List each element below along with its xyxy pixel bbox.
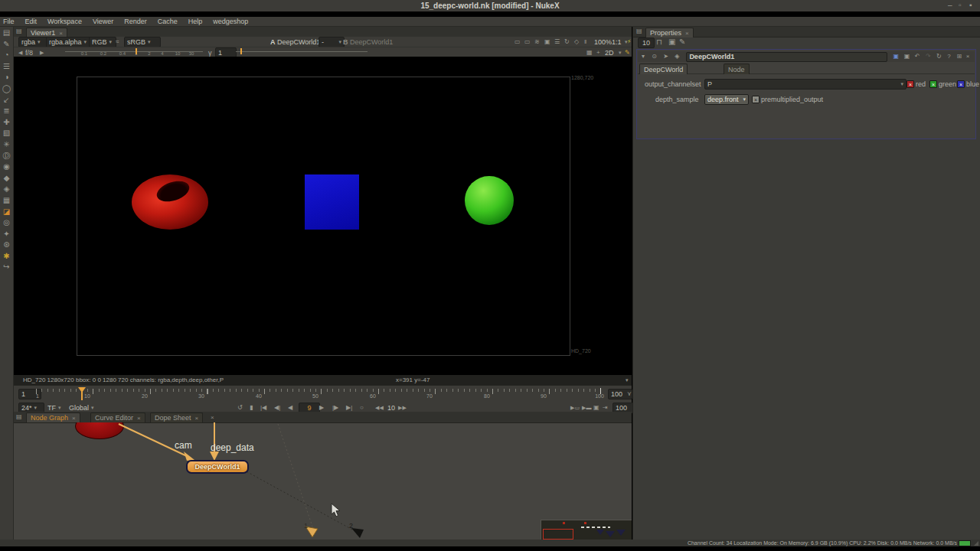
gain-next-icon[interactable]: ▶ (40, 49, 44, 57)
view-mode-select[interactable]: 2D (605, 49, 614, 57)
tab-node-graph-close-icon[interactable]: × (72, 415, 76, 422)
render-icon[interactable]: ▶▬ (582, 404, 591, 412)
menu-wedgeshop[interactable]: wedgeshop (213, 18, 248, 25)
tab-curve-editor[interactable]: Curve Editor × (90, 412, 145, 422)
prev-keyframe-button[interactable]: ◀| (274, 404, 280, 412)
input-b-node[interactable]: DeepCWorld1 (350, 38, 393, 46)
redo-icon[interactable]: ↷ (926, 53, 936, 60)
menu-help[interactable]: Help (188, 18, 203, 25)
tab-viewer1-close-icon[interactable]: × (59, 30, 63, 37)
tool-toolsets-icon[interactable]: ◈ (4, 185, 10, 193)
tab-node[interactable]: Node (724, 64, 750, 74)
lock-panels-icon[interactable]: ⊓ (656, 38, 662, 46)
toolbar-pane-icon[interactable]: ▤ (3, 29, 10, 37)
alpha-select[interactable]: rgba.alpha▾ (46, 37, 90, 47)
decrement-button[interactable]: ◀◀ (375, 404, 384, 412)
gamma-slider[interactable] (236, 51, 368, 52)
tool-other-icon[interactable]: ▦ (3, 197, 10, 204)
help-icon[interactable]: ? (947, 53, 956, 60)
viewport[interactable]: 1280,720 HD_720 (14, 57, 632, 375)
node-name-field[interactable]: DeepCWorld1 (686, 52, 887, 62)
node-graph-canvas[interactable]: cam deep_data DeepCWorld1 1 2 (14, 422, 632, 540)
maximize-button[interactable]: ▫ (959, 2, 962, 9)
gain-marker[interactable] (136, 48, 137, 54)
tab-dope-sheet[interactable]: Dope Sheet × (150, 412, 203, 422)
tool-transform-icon[interactable]: ✚ (3, 119, 9, 126)
tab-properties-close-icon[interactable]: × (685, 30, 689, 37)
pencil-icon[interactable]: ✎ (625, 49, 630, 57)
tool-keyer-icon[interactable]: ↙ (3, 96, 9, 104)
chevron-down-icon[interactable]: ▾ (619, 50, 622, 56)
float-panel-icon[interactable]: ▣ (668, 38, 675, 46)
copy-panel-icon[interactable]: ⊞ (956, 53, 965, 60)
chevron-down-icon[interactable]: ▾ (626, 377, 629, 383)
gamma-marker[interactable] (240, 48, 242, 54)
node-graph-minimap[interactable] (541, 520, 632, 540)
revert-icon[interactable]: ↻ (936, 53, 947, 60)
proxy-ratio[interactable]: 1:1 (612, 38, 622, 46)
stereo-icon[interactable]: ▭ (514, 38, 521, 46)
lut-icon[interactable]: ≈ (116, 38, 119, 46)
red-channel-checkbox[interactable]: × (906, 80, 914, 88)
range-caret-icon[interactable]: ⋎ (627, 390, 632, 398)
gain-prev-icon[interactable]: ◀ (18, 49, 22, 57)
tool-gizmo-icon[interactable]: ◪ (3, 208, 10, 216)
deepcworld-node[interactable]: DeepCWorld1 (186, 460, 249, 474)
frame-increment-field[interactable]: 10 (387, 404, 395, 412)
properties-pane-menu-icon[interactable]: ▤ (636, 28, 642, 35)
tool-sparkle-icon[interactable]: ✦ (3, 230, 9, 238)
channels-icon[interactable]: ▣ (893, 53, 904, 60)
extra-tab-close-icon[interactable]: × (211, 414, 214, 421)
goto-node-icon[interactable]: ➤ (663, 53, 675, 60)
tab-node-graph[interactable]: Node Graph × (26, 412, 80, 422)
filter-icon[interactable]: ▾ (642, 53, 652, 60)
tool-time-icon[interactable]: ◔ (4, 51, 8, 59)
close-panel-icon[interactable]: × (966, 53, 975, 60)
roi-icon[interactable]: ▦ (586, 49, 593, 57)
display-channel-select[interactable]: RGB▾ (89, 37, 116, 47)
pause-icon[interactable]: ‖ (584, 38, 586, 46)
goto-end-button[interactable]: ▶| (346, 404, 352, 412)
tool-draw-icon[interactable]: ✎ (3, 41, 9, 48)
tool-3d-icon[interactable]: ▧ (3, 129, 10, 137)
checkmark-icon[interactable]: ▣ (904, 53, 915, 60)
bounce-icon[interactable]: ▮ (250, 404, 253, 412)
tool-plugin-icon[interactable]: ✱ (3, 253, 9, 260)
scanline-icon[interactable]: ☰ (554, 38, 560, 46)
blue-channel-checkbox[interactable]: × (957, 80, 965, 88)
center-node-icon[interactable]: ⊙ (652, 53, 663, 60)
gain-stop-label[interactable]: f/8 (25, 49, 33, 57)
close-button[interactable]: ▪ (969, 2, 972, 9)
tab-curve-editor-close-icon[interactable]: × (137, 415, 141, 422)
tool-ocio-icon[interactable]: ◎ (3, 219, 10, 227)
premultiplied-checkbox[interactable]: × (752, 96, 760, 103)
axis-icon[interactable]: + (596, 49, 600, 57)
max-panels-field[interactable]: 10 (638, 37, 655, 48)
resize-grip[interactable] (974, 541, 978, 546)
depth-sample-select[interactable]: deep.front ▾ (704, 94, 749, 105)
minimize-button[interactable]: – (948, 2, 952, 9)
input-a-node[interactable]: DeepCWorld1 (277, 38, 320, 46)
tool-color-icon[interactable]: ◑ (4, 73, 8, 81)
tab-dope-sheet-close-icon[interactable]: × (195, 415, 199, 422)
tool-channel-icon[interactable]: ☰ (3, 63, 10, 70)
tool-views-icon[interactable]: ◉ (3, 163, 10, 171)
refresh-icon[interactable]: ↻ (564, 38, 570, 46)
proxy-icon[interactable]: ◇ (574, 38, 579, 46)
monitor-icon[interactable]: ▣ (544, 38, 550, 46)
nodegraph-pane-menu-icon[interactable]: ▤ (16, 413, 22, 421)
menu-workspace[interactable]: Workspace (47, 18, 82, 25)
output-channelset-select[interactable]: P ▾ (704, 79, 906, 90)
menu-render[interactable]: Render (124, 18, 147, 25)
menu-cache[interactable]: Cache (158, 18, 178, 25)
menu-viewer[interactable]: Viewer (93, 18, 113, 25)
tool-web-icon[interactable]: ⊛ (3, 241, 9, 249)
edit-panel-icon[interactable]: ✎ (679, 38, 685, 46)
flipbook-icon[interactable]: ▶▭ (570, 404, 580, 412)
play-forward-button[interactable]: ▶ (319, 404, 324, 412)
deep-data-node-label[interactable]: deep_data (211, 442, 254, 453)
undo-icon[interactable]: ↶ (915, 53, 926, 60)
tool-filter-icon[interactable]: ◯ (2, 85, 11, 93)
tool-merge-icon[interactable]: ≣ (3, 107, 9, 115)
format-icon[interactable]: ▭ (524, 38, 531, 46)
